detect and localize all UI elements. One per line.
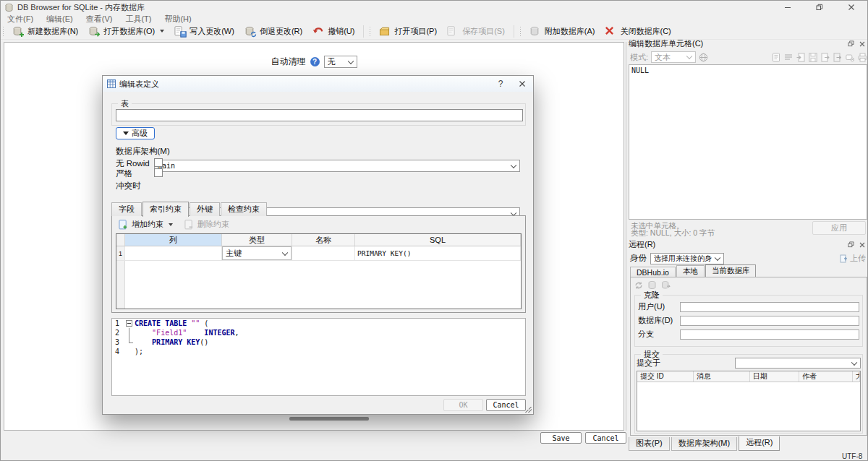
help-icon[interactable]: ? bbox=[310, 57, 320, 66]
tab-db-schema[interactable]: 数据库架构(M) bbox=[671, 437, 738, 451]
dialog-help-button[interactable]: ? bbox=[490, 76, 511, 92]
table-name-field[interactable] bbox=[116, 109, 523, 121]
dialog-title: 编辑表定义 bbox=[119, 79, 159, 90]
commit-table-body bbox=[637, 382, 860, 431]
save-project-button[interactable]: 保存项目(S) bbox=[442, 25, 510, 38]
table-icon bbox=[107, 79, 116, 88]
col-commit-id[interactable]: 提交 ID bbox=[637, 371, 694, 382]
constraint-sql-cell[interactable]: PRIMARY KEY() bbox=[355, 246, 521, 261]
tab-plot[interactable]: 图表(P) bbox=[629, 437, 670, 451]
revert-changes-button[interactable]: 倒退更改(R) bbox=[239, 25, 307, 38]
apply-button[interactable]: 应用 bbox=[812, 221, 866, 235]
commit-to-select[interactable] bbox=[735, 358, 861, 369]
write-changes-button[interactable]: 写入更改(W) bbox=[169, 25, 239, 38]
sql-preview-editor[interactable]: 1 CREATE TABLE "" ( 2 "Field1" INTEGER, … bbox=[111, 318, 526, 396]
add-constraint-button[interactable]: 增加约束 bbox=[116, 218, 175, 231]
database-push-icon[interactable] bbox=[661, 280, 671, 290]
branch-field[interactable] bbox=[680, 329, 859, 340]
restore-button[interactable] bbox=[804, 1, 835, 14]
database-label: 数据库(D) bbox=[638, 315, 680, 326]
menu-bar: 文件(F) 编辑(E) 查看(V) 工具(T) 帮助(H) bbox=[1, 14, 867, 24]
print-icon[interactable] bbox=[858, 53, 867, 62]
close-button[interactable] bbox=[835, 1, 867, 14]
user-label: 用户(U) bbox=[638, 301, 680, 312]
float-dock-icon[interactable] bbox=[848, 40, 854, 47]
remove-constraint-button[interactable]: 删除约束 bbox=[182, 218, 231, 231]
new-database-button[interactable]: 新建数据库(N) bbox=[7, 25, 83, 38]
commit-table[interactable]: 提交 ID 消息 日期 作者 大小 bbox=[637, 371, 861, 431]
strict-checkbox[interactable] bbox=[154, 168, 163, 177]
export-icon[interactable] bbox=[833, 53, 842, 62]
close-dock-icon[interactable] bbox=[859, 41, 865, 47]
panel-splitter[interactable] bbox=[626, 42, 626, 431]
tab-foreign-keys[interactable]: 外键 bbox=[190, 202, 220, 216]
line-number: 4 bbox=[112, 347, 124, 356]
align-list-icon[interactable] bbox=[784, 53, 793, 62]
tab-fields[interactable]: 字段 bbox=[111, 202, 142, 216]
ok-button[interactable]: OK bbox=[443, 399, 483, 411]
import-icon[interactable] bbox=[796, 53, 805, 62]
without-rowid-checkbox[interactable] bbox=[154, 158, 163, 167]
word-wrap-icon[interactable] bbox=[699, 53, 708, 62]
horizontal-scrollbar-thumb[interactable] bbox=[289, 417, 369, 421]
constraints-grid[interactable]: 列 类型 名称 SQL 1 主键 PRIMARY KEY() bbox=[116, 233, 522, 309]
set-null-icon[interactable] bbox=[846, 53, 854, 62]
auto-vacuum-select[interactable]: 无 bbox=[324, 56, 357, 68]
identity-select[interactable]: 选择用来连接的身份 bbox=[650, 253, 724, 264]
user-field[interactable] bbox=[680, 302, 859, 312]
tab-indexed-constraints[interactable]: 索引约束 bbox=[142, 202, 189, 217]
dialog-close-button[interactable] bbox=[511, 76, 533, 92]
advanced-toggle-button[interactable]: 高级 bbox=[116, 127, 155, 139]
resize-grip[interactable] bbox=[525, 406, 532, 413]
upload-icon bbox=[840, 254, 848, 263]
toolbar-separator bbox=[363, 25, 364, 38]
constraint-type-cell[interactable]: 主键 bbox=[222, 246, 292, 261]
encoding-status[interactable]: UTF-8 bbox=[842, 452, 862, 460]
close-database-button[interactable]: 关闭数据库(C) bbox=[600, 25, 676, 38]
strict-label: 严格 bbox=[116, 168, 132, 179]
constraint-row[interactable]: 1 主键 PRIMARY KEY() bbox=[116, 246, 521, 261]
col-size[interactable]: 大小 bbox=[853, 371, 860, 382]
cell-editor-controls: 模式: 文本 bbox=[630, 51, 867, 63]
refresh-icon[interactable] bbox=[634, 281, 643, 290]
save-button[interactable]: Save bbox=[540, 432, 582, 444]
col-type[interactable]: 类型 bbox=[222, 234, 292, 246]
add-constraint-dropdown-caret[interactable] bbox=[169, 223, 173, 226]
upload-button[interactable]: 上传 bbox=[840, 253, 866, 264]
tab-dbhub[interactable]: DBHub.io bbox=[630, 267, 676, 277]
schema-select[interactable]: main bbox=[154, 160, 520, 172]
open-database-button[interactable]: 打开数据库(O) bbox=[83, 25, 169, 38]
new-database-icon bbox=[12, 26, 24, 37]
col-author[interactable]: 作者 bbox=[799, 371, 853, 382]
col-sql[interactable]: SQL bbox=[355, 234, 521, 246]
dialog-title-bar[interactable]: 编辑表定义 ? bbox=[103, 76, 533, 92]
tab-remote[interactable]: 远程(R) bbox=[739, 436, 780, 451]
tab-local[interactable]: 本地 bbox=[676, 265, 705, 277]
constraint-columns-cell[interactable] bbox=[125, 246, 222, 261]
col-message[interactable]: 消息 bbox=[694, 371, 750, 382]
export-as-icon[interactable] bbox=[821, 53, 830, 62]
close-dock-icon[interactable] bbox=[859, 242, 865, 248]
database-icon[interactable] bbox=[647, 280, 657, 290]
undo-button[interactable]: 撤销(U) bbox=[307, 25, 359, 38]
cell-editor-textarea[interactable]: NULL bbox=[629, 64, 867, 220]
cancel-button[interactable]: Cancel bbox=[585, 432, 626, 444]
fold-marker-icon[interactable] bbox=[124, 319, 135, 328]
float-dock-icon[interactable] bbox=[848, 241, 854, 248]
open-project-button[interactable]: 打开项目(P) bbox=[374, 25, 442, 38]
mode-select[interactable]: 文本 bbox=[651, 51, 696, 63]
tab-check-constraints[interactable]: 检查约束 bbox=[221, 202, 267, 216]
attach-database-button[interactable]: 附加数据库(A) bbox=[524, 25, 600, 38]
open-database-dropdown-caret[interactable] bbox=[160, 30, 164, 33]
col-column[interactable]: 列 bbox=[125, 234, 222, 246]
col-name[interactable]: 名称 bbox=[292, 234, 355, 246]
database-field[interactable] bbox=[680, 316, 859, 326]
document-icon[interactable] bbox=[772, 53, 780, 62]
save-icon[interactable] bbox=[809, 53, 817, 62]
open-database-icon bbox=[88, 26, 100, 37]
col-date[interactable]: 日期 bbox=[750, 371, 799, 382]
constraint-type-select[interactable]: 主键 bbox=[222, 246, 292, 260]
minimize-button[interactable] bbox=[772, 1, 804, 14]
dialog-cancel-button[interactable]: Cancel bbox=[486, 399, 526, 411]
constraint-name-cell[interactable] bbox=[292, 246, 355, 261]
